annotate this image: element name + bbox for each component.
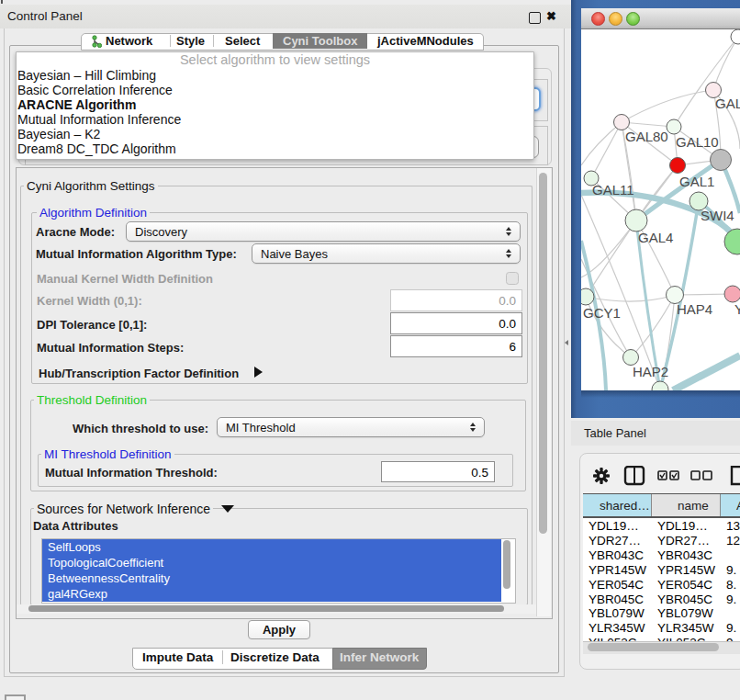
svg-text:GAL11: GAL11: [592, 182, 634, 198]
svg-text:GAL4: GAL4: [638, 230, 673, 245]
svg-text:SWI4: SWI4: [701, 208, 734, 223]
svg-text:Y: Y: [734, 301, 740, 317]
svg-text:GAL10: GAL10: [676, 134, 719, 150]
svg-text:HAP4: HAP4: [677, 301, 712, 317]
svg-text:GAL80: GAL80: [625, 129, 668, 144]
svg-text:GCY1: GCY1: [583, 305, 621, 321]
svg-text:GAL: GAL: [715, 96, 740, 111]
svg-text:HAP2: HAP2: [633, 364, 668, 379]
svg-text:GAL1: GAL1: [679, 174, 714, 189]
